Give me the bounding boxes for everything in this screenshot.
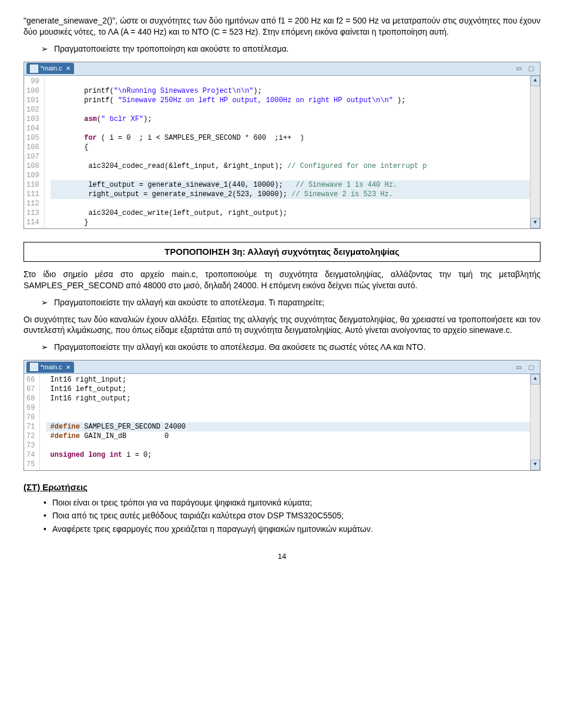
editor-tab[interactable]: *main.c ✕: [26, 63, 74, 74]
tab-label: *main.c: [41, 363, 62, 372]
page-number: 14: [24, 551, 540, 562]
close-icon[interactable]: ✕: [66, 363, 70, 372]
window-buttons[interactable]: ▭ ▢: [516, 64, 536, 73]
question-1: Ποιοι είναι οι τρεις τρόποι για να παράγ…: [43, 497, 540, 508]
window-buttons[interactable]: ▭ ▢: [516, 363, 536, 372]
scroll-down-icon[interactable]: ▼: [531, 218, 540, 228]
line-gutter-2: 66 67 68 69 70 71 72 73 74 75: [24, 374, 40, 470]
section3-task2: Πραγματοποιείστε την αλλαγή και ακούστε …: [41, 342, 540, 353]
code-lines: printf("\nRunning Sinewaves Project\n\n"…: [45, 76, 530, 228]
section3-p1: Στο ίδιο σημείο μέσα στο αρχείο main.c, …: [24, 269, 540, 291]
intro-task-1: Πραγματοποιείστε την τροποποίηση και ακο…: [41, 43, 540, 55]
line-gutter: 99 100 101 102 103 104 105 106 107 108 1…: [24, 76, 45, 228]
close-icon[interactable]: ✕: [66, 65, 70, 73]
code-editor-1: *main.c ✕ ▭ ▢ 99 100 101 102 103 104 105…: [24, 62, 540, 229]
questions-list: Ποιοι είναι οι τρεις τρόποι για να παράγ…: [43, 497, 540, 535]
scroll-up-icon[interactable]: ▲: [531, 76, 540, 86]
tab-label: *main.c: [41, 64, 62, 73]
code-body-2: 66 67 68 69 70 71 72 73 74 75 Int16 righ…: [24, 374, 540, 470]
scrollbar-2[interactable]: ▲ ▼: [530, 374, 540, 470]
scroll-up-icon[interactable]: ▲: [531, 374, 540, 385]
editor-tab-bar-2: *main.c ✕ ▭ ▢: [24, 360, 540, 374]
section3-p2: Οι συχνότητες των δύο καναλιών έχουν αλλ…: [24, 314, 540, 336]
intro-paragraph: "generate_sinewave_2()", ώστε οι συχνότη…: [24, 15, 540, 38]
c-file-icon: [30, 363, 38, 371]
scrollbar[interactable]: ▲ ▼: [530, 76, 540, 228]
question-2: Ποια από τις τρεις αυτές μεθόδους ταιριά…: [43, 510, 540, 521]
code-editor-2: *main.c ✕ ▭ ▢ 66 67 68 69 70 71 72 73 74…: [24, 360, 540, 471]
scroll-down-icon[interactable]: ▼: [531, 460, 540, 470]
section3-task1: Πραγματοποιείστε την αλλαγή και ακούστε …: [41, 297, 540, 308]
editor-tab-2[interactable]: *main.c ✕: [26, 362, 74, 373]
section-3-box: ΤΡΟΠΟΠΟΙΗΣΗ 3η: Αλλαγή συχνότητας δειγμα…: [24, 242, 540, 262]
question-3: Αναφέρετε τρεις εφαρμογές που χρειάζεται…: [43, 524, 540, 535]
code-body: 99 100 101 102 103 104 105 106 107 108 1…: [24, 76, 540, 228]
editor-tab-bar: *main.c ✕ ▭ ▢: [24, 62, 540, 76]
code-lines-2: Int16 right_input; Int16 left_output; In…: [40, 374, 530, 470]
section-3-title: ΤΡΟΠΟΠΟΙΗΣΗ 3η: Αλλαγή συχνότητας δειγμα…: [31, 246, 533, 258]
questions-heading: (ΣΤ) Ερωτήσεις: [24, 481, 540, 493]
c-file-icon: [30, 65, 38, 73]
